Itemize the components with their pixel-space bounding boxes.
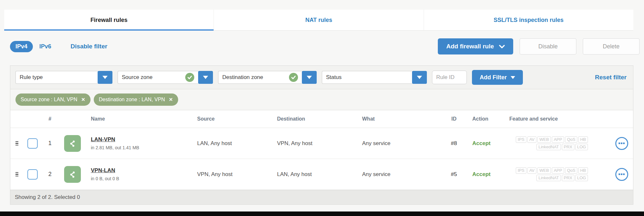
filter-tag-destination-zone: Destination zone : LAN, VPN ✕ xyxy=(94,93,178,106)
feature-badge: WEB xyxy=(537,136,551,143)
status-dropdown-value: Status xyxy=(322,71,412,84)
feature-badges: IPSAVWEBAPPQoSHBLinkedNATPRXLOG xyxy=(513,167,588,181)
rule-what: Any service xyxy=(358,171,439,178)
filter-tag-source-zone: Source zone : LAN, VPN ✕ xyxy=(15,93,91,106)
destination-zone-dropdown-arrow[interactable] xyxy=(302,71,317,84)
network-rule-icon xyxy=(64,166,81,183)
header-what: What xyxy=(358,116,439,122)
rule-action: Accept xyxy=(468,140,505,147)
rule-id: #8 xyxy=(439,140,468,147)
feature-badge: LinkedNAT xyxy=(536,175,561,181)
disable-button[interactable]: Disable xyxy=(520,38,576,54)
feature-badge: APP xyxy=(552,167,564,174)
rule-id-input[interactable] xyxy=(432,71,467,84)
feature-badges: IPSAVWEBAPPQoSHBLinkedNATPRXLOG xyxy=(513,136,588,150)
header-feature-and-service: Feature and service xyxy=(505,116,610,122)
row-checkbox[interactable] xyxy=(27,138,38,149)
tab-ssl-tls-inspection-rules[interactable]: SSL/TLS inspection rules xyxy=(424,10,633,30)
destination-zone-dropdown[interactable]: Destination zone xyxy=(218,71,317,84)
rule-source: VPN, Any host xyxy=(193,171,273,178)
feature-badge: HB xyxy=(578,167,588,174)
feature-badge: AV xyxy=(527,136,536,143)
dropdown-arrow-icon xyxy=(102,76,108,79)
rule-source: LAN, Any host xyxy=(193,140,273,147)
table-footer-status: Showing 2 of 2. Selected 0 xyxy=(10,190,633,204)
filter-bar: Rule type Source zone xyxy=(10,66,633,89)
dropdown-arrow-icon xyxy=(307,76,312,79)
source-zone-label: Source zone xyxy=(122,74,152,81)
window-bottom-edge xyxy=(0,211,644,216)
rule-type-dropdown[interactable]: Rule type xyxy=(15,71,112,84)
ipv6-toggle[interactable]: IPv6 xyxy=(39,43,51,50)
rule-type-dropdown-arrow[interactable] xyxy=(98,71,112,84)
tab-firewall-rules[interactable]: Firewall rules xyxy=(4,10,214,30)
more-options-icon[interactable] xyxy=(615,168,628,181)
drag-handle-icon[interactable] xyxy=(15,172,23,177)
header-source: Source xyxy=(193,116,273,122)
add-filter-button[interactable]: Add Filter xyxy=(472,70,523,85)
rule-id: #5 xyxy=(439,171,468,178)
rule-type-label: Rule type xyxy=(20,74,43,81)
dropdown-arrow-icon xyxy=(417,76,422,79)
feature-badge: AV xyxy=(527,167,536,174)
filter-applied-check-icon xyxy=(289,73,298,82)
filter-tag-label: Destination zone : LAN, VPN xyxy=(99,97,165,103)
header-action: Action xyxy=(468,116,505,122)
feature-badge: IPS xyxy=(516,136,526,143)
rule-traffic: in 0 B, out 0 B xyxy=(91,176,193,181)
feature-badge: WEB xyxy=(537,167,551,174)
disable-filter-link[interactable]: Disable filter xyxy=(71,43,107,50)
row-checkbox[interactable] xyxy=(27,169,38,180)
filter-tag-label: Source zone : LAN, VPN xyxy=(21,97,77,103)
filter-applied-check-icon xyxy=(185,73,194,82)
add-firewall-rule-button[interactable]: Add firewall rule xyxy=(438,38,513,54)
table-row: 2 VPN-LAN in 0 B, out 0 B VPN, Any host xyxy=(10,159,633,190)
rule-destination: LAN, Any host xyxy=(273,171,358,178)
firewall-rules-panel: Rule type Source zone xyxy=(10,65,633,205)
feature-badge: HB xyxy=(578,136,588,143)
source-zone-dropdown[interactable]: Source zone xyxy=(118,71,213,84)
rule-name-link[interactable]: VPN-LAN xyxy=(91,167,193,174)
close-icon[interactable]: ✕ xyxy=(169,97,173,103)
destination-zone-label: Destination zone xyxy=(222,74,263,81)
source-zone-dropdown-value: Source zone xyxy=(118,71,198,84)
more-options-icon[interactable] xyxy=(615,137,628,150)
ipv4-toggle[interactable]: IPv4 xyxy=(10,41,33,52)
feature-badge: LOG xyxy=(575,175,588,181)
feature-badge: LOG xyxy=(575,144,588,150)
feature-badge: QoS xyxy=(565,167,577,174)
add-firewall-rule-label: Add firewall rule xyxy=(446,43,494,50)
table-header: # Name Source Destination What ID Action… xyxy=(10,110,633,128)
rule-number: 2 xyxy=(42,171,58,178)
feature-badge: IPS xyxy=(516,167,526,174)
add-filter-label: Add Filter xyxy=(480,74,507,81)
feature-badge: LinkedNAT xyxy=(536,144,561,150)
close-icon[interactable]: ✕ xyxy=(81,97,85,103)
active-filters-row: Source zone : LAN, VPN ✕ Destination zon… xyxy=(10,89,633,110)
header-id: ID xyxy=(439,116,468,122)
toolbar-actions: Add firewall rule Disable Delete xyxy=(438,38,639,54)
source-zone-dropdown-arrow[interactable] xyxy=(198,71,213,84)
tab-nat-rules[interactable]: NAT rules xyxy=(214,10,423,30)
rule-destination: VPN, Any host xyxy=(273,140,358,147)
reset-filter-link[interactable]: Reset filter xyxy=(595,74,628,81)
feature-badge: QoS xyxy=(565,136,577,143)
header-number: # xyxy=(42,116,58,122)
status-dropdown[interactable]: Status xyxy=(322,71,427,84)
status-label: Status xyxy=(326,74,341,81)
toolbar: IPv4 IPv6 Disable filter Add firewall ru… xyxy=(10,38,639,55)
rule-type-dropdown-value: Rule type xyxy=(15,71,98,84)
rule-name-link[interactable]: LAN-VPN xyxy=(91,136,193,143)
rule-traffic: in 2.81 MB, out 1.41 MB xyxy=(91,145,193,150)
rule-number: 1 xyxy=(42,140,58,147)
delete-button[interactable]: Delete xyxy=(583,38,639,54)
feature-badge: PRX xyxy=(562,144,574,150)
feature-badge: APP xyxy=(552,136,564,143)
dropdown-arrow-icon xyxy=(511,76,515,79)
chevron-down-icon xyxy=(499,45,505,48)
destination-zone-dropdown-value: Destination zone xyxy=(218,71,302,84)
drag-handle-icon[interactable] xyxy=(15,141,23,146)
firewall-rules-page: Firewall rules NAT rules SSL/TLS inspect… xyxy=(0,0,644,216)
status-dropdown-arrow[interactable] xyxy=(412,71,427,84)
rule-what: Any service xyxy=(358,140,439,147)
